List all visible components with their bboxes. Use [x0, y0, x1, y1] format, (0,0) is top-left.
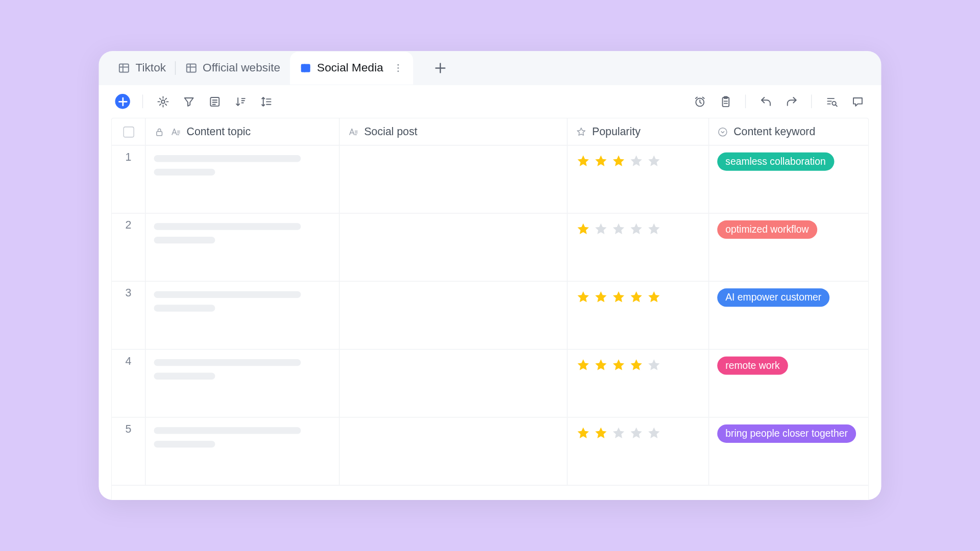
svg-point-5	[398, 70, 399, 72]
row-number: 5	[112, 418, 146, 485]
svg-point-4	[398, 67, 399, 69]
svg-rect-12	[157, 131, 162, 135]
gear-icon	[156, 95, 169, 108]
star-filled-icon	[576, 154, 591, 168]
svg-point-3	[398, 64, 399, 66]
column-label: Content topic	[186, 126, 251, 138]
star-empty-icon	[647, 358, 662, 372]
cell-content-keyword[interactable]: AI empower customer	[709, 282, 868, 349]
table-row[interactable]: 2optimized workflow	[112, 214, 868, 282]
cell-content-topic[interactable]	[146, 145, 340, 213]
tab-menu-icon[interactable]	[393, 63, 403, 73]
column-popularity[interactable]: Popularity	[568, 118, 709, 145]
table-row[interactable]: 1seamless collaboration	[112, 145, 868, 213]
column-content-keyword[interactable]: Content keyword	[709, 118, 868, 145]
svg-rect-1	[186, 64, 195, 72]
table-row[interactable]: 5bring people closer together	[112, 418, 868, 486]
add-record-button[interactable]	[111, 90, 134, 113]
group-button[interactable]	[203, 90, 226, 113]
placeholder-content	[154, 288, 331, 311]
tab-social-media[interactable]: Social Media	[290, 52, 413, 84]
keyword-chip: optimized workflow	[717, 220, 817, 239]
row-height-icon	[260, 95, 273, 108]
table-icon	[185, 62, 197, 74]
star-filled-icon	[576, 426, 591, 441]
star-filled-icon	[576, 290, 591, 305]
placeholder-content	[154, 153, 331, 176]
row-number: 1	[112, 145, 146, 213]
row-number: 4	[112, 349, 146, 417]
filter-button[interactable]	[177, 90, 200, 113]
tab-label: Social Media	[317, 61, 383, 75]
cell-content-keyword[interactable]: optimized workflow	[709, 214, 868, 281]
tab-official-website[interactable]: Official website	[176, 52, 290, 84]
star-empty-icon	[629, 426, 644, 441]
cell-content-keyword[interactable]: remote work	[709, 349, 868, 417]
redo-button[interactable]	[780, 90, 803, 113]
tab-label: Official website	[203, 61, 280, 75]
star-filled-icon	[629, 290, 644, 305]
row-height-button[interactable]	[255, 90, 278, 113]
star-filled-icon	[576, 358, 591, 372]
column-social-post[interactable]: Social post	[339, 118, 568, 145]
data-table: Content topic Social post Popularity Con…	[111, 118, 869, 500]
cell-social-post[interactable]	[339, 214, 568, 281]
cell-social-post[interactable]	[339, 349, 568, 417]
row-number: 3	[112, 282, 146, 349]
search-in-list-icon	[825, 95, 838, 108]
placeholder-content	[154, 357, 331, 380]
star-empty-icon	[611, 426, 626, 441]
star-empty-icon	[629, 154, 644, 168]
undo-button[interactable]	[754, 90, 777, 113]
cell-content-topic[interactable]	[146, 282, 340, 349]
star-filled-icon	[647, 290, 662, 305]
cell-content-keyword[interactable]: seamless collaboration	[709, 145, 868, 213]
keyword-chip: seamless collaboration	[717, 153, 834, 171]
star-icon	[576, 126, 586, 137]
comment-button[interactable]	[846, 90, 869, 113]
cell-content-topic[interactable]	[146, 418, 340, 485]
reminder-button[interactable]	[688, 90, 711, 113]
cell-popularity[interactable]	[568, 145, 709, 213]
star-filled-icon	[576, 222, 591, 237]
cell-social-post[interactable]	[339, 418, 568, 485]
cell-content-topic[interactable]	[146, 214, 340, 281]
cell-social-post[interactable]	[339, 145, 568, 213]
star-empty-icon	[647, 426, 662, 441]
cell-popularity[interactable]	[568, 282, 709, 349]
table-header: Content topic Social post Popularity Con…	[112, 118, 868, 145]
table-icon	[118, 62, 130, 74]
table-icon	[299, 62, 311, 74]
cell-social-post[interactable]	[339, 282, 568, 349]
column-label: Content keyword	[733, 126, 815, 138]
comment-icon	[851, 95, 864, 108]
table-row[interactable]: 4remote work	[112, 349, 868, 417]
column-content-topic[interactable]: Content topic	[146, 118, 340, 145]
table-row[interactable]: 3AI empower customer	[112, 282, 868, 349]
settings-button[interactable]	[151, 90, 174, 113]
svg-point-6	[161, 100, 164, 103]
tab-label: Tiktok	[136, 61, 166, 75]
cell-popularity[interactable]	[568, 214, 709, 281]
redo-icon	[785, 95, 798, 108]
svg-rect-0	[119, 64, 129, 72]
add-tab-button[interactable]	[425, 53, 455, 83]
tab-tiktok[interactable]: Tiktok	[108, 52, 176, 84]
select-all-header[interactable]	[112, 118, 146, 145]
star-filled-icon	[594, 290, 608, 305]
filter-icon	[182, 95, 195, 108]
clipboard-button[interactable]	[714, 90, 737, 113]
star-filled-icon	[611, 154, 626, 168]
keyword-chip: bring people closer together	[717, 424, 856, 443]
text-field-icon	[170, 126, 181, 137]
cell-content-topic[interactable]	[146, 349, 340, 417]
cell-popularity[interactable]	[568, 349, 709, 417]
cell-content-keyword[interactable]: bring people closer together	[709, 418, 868, 485]
tab-bar: Tiktok Official website Social Media	[99, 51, 881, 85]
search-button[interactable]	[820, 90, 843, 113]
sort-button[interactable]	[229, 90, 252, 113]
cell-popularity[interactable]	[568, 418, 709, 485]
plus-icon	[116, 95, 129, 108]
text-field-icon	[348, 126, 358, 137]
star-empty-icon	[629, 222, 644, 237]
